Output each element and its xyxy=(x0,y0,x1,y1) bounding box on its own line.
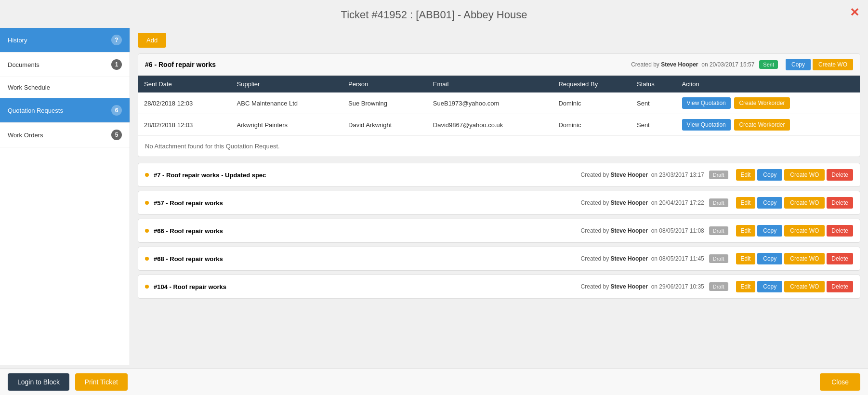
delete-button-qr66[interactable]: Delete xyxy=(827,225,853,237)
main-content: Add #6 - Roof repair works Created by St… xyxy=(130,28,868,365)
draft-row-created-on: 29/06/2017 10:35 xyxy=(659,283,704,290)
draft-row-qr7: #7 - Roof repair works - Updated spec Cr… xyxy=(138,163,860,187)
draft-row-title: #7 - Roof repair works - Updated spec xyxy=(154,171,581,179)
cell-requested-by: Dominic xyxy=(552,92,631,114)
edit-button-qr7[interactable]: Edit xyxy=(736,169,756,181)
sidebar-item-badge: ? xyxy=(111,35,122,45)
qr6-title: #6 - Roof repair works xyxy=(145,61,631,68)
print-ticket-button[interactable]: Print Ticket xyxy=(75,373,128,391)
cell-supplier: Arkwright Painters xyxy=(231,114,342,136)
sidebar-item-badge: 1 xyxy=(111,59,122,70)
view-quotation-button-row0[interactable]: View Quotation xyxy=(682,97,731,109)
qr6-copy-button[interactable]: Copy xyxy=(786,59,811,70)
sidebar-item-documents[interactable]: Documents 1 xyxy=(0,53,130,77)
qr6-create-wo-button[interactable]: Create WO xyxy=(813,59,853,70)
cell-email: David9867@yahoo.co.uk xyxy=(427,114,553,136)
add-button[interactable]: Add xyxy=(138,33,166,48)
draft-row-qr57: #57 - Roof repair works Created by Steve… xyxy=(138,191,860,215)
close-button[interactable]: Close xyxy=(820,373,860,391)
sidebar-item-badge: 6 xyxy=(111,105,122,116)
create-workorder-button-row1[interactable]: Create Workorder xyxy=(734,119,789,131)
sidebar-item-label: Work Orders xyxy=(8,132,43,139)
view-quotation-button-row1[interactable]: View Quotation xyxy=(682,119,731,131)
create-wo-button-qr57[interactable]: Create WO xyxy=(784,197,825,209)
copy-button-qr104[interactable]: Copy xyxy=(757,281,782,292)
col-supplier: Supplier xyxy=(231,76,342,92)
create-wo-button-qr68[interactable]: Create WO xyxy=(784,253,825,264)
cell-action: View Quotation Create Workorder xyxy=(676,92,860,114)
draft-row-actions: Edit Copy Create WO Delete xyxy=(734,253,853,264)
copy-button-qr7[interactable]: Copy xyxy=(757,169,782,181)
cell-status: Sent xyxy=(631,92,676,114)
sidebar-item-badge: 5 xyxy=(111,130,122,140)
col-person: Person xyxy=(342,76,427,92)
delete-button-qr57[interactable]: Delete xyxy=(827,197,853,209)
qr6-status-badge: Sent xyxy=(759,60,778,69)
edit-button-qr57[interactable]: Edit xyxy=(736,197,756,209)
cell-status: Sent xyxy=(631,114,676,136)
draft-row-title: #104 - Roof repair works xyxy=(154,283,581,290)
quotation-request-6-card: #6 - Roof repair works Created by Steve … xyxy=(138,53,860,157)
draft-row-created-by: Steve Hooper xyxy=(611,199,648,206)
draft-row-actions: Edit Copy Create WO Delete xyxy=(734,225,853,237)
qr6-created-by: Steve Hooper xyxy=(661,61,698,68)
create-workorder-button-row0[interactable]: Create Workorder xyxy=(734,97,789,109)
sidebar-item-quotation-requests[interactable]: Quotation Requests 6 xyxy=(0,98,130,123)
draft-row-actions: Edit Copy Create WO Delete xyxy=(734,197,853,209)
cell-email: SueB1973@yahoo.com xyxy=(427,92,553,114)
draft-row-created-by: Steve Hooper xyxy=(611,255,648,262)
draft-row-title: #66 - Roof repair works xyxy=(154,227,581,235)
draft-row-qr104: #104 - Roof repair works Created by Stev… xyxy=(138,275,860,299)
copy-button-qr66[interactable]: Copy xyxy=(757,225,782,237)
sidebar-item-label: Work Schedule xyxy=(8,84,50,91)
qr6-table-container: Sent Date Supplier Person Email Requeste… xyxy=(138,76,860,136)
delete-button-qr68[interactable]: Delete xyxy=(827,253,853,264)
sidebar-item-label: Documents xyxy=(8,61,39,68)
draft-row-created-by: Steve Hooper xyxy=(611,283,648,290)
draft-row-status: Draft xyxy=(709,198,728,207)
draft-row-created-on: 23/03/2017 13:17 xyxy=(659,171,704,178)
top-action-bar: Add xyxy=(138,33,860,48)
draft-row-created-on: 08/05/2017 11:08 xyxy=(659,227,704,234)
table-row: 28/02/2018 12:03 Arkwright Painters Davi… xyxy=(138,114,860,136)
draft-row-status: Draft xyxy=(709,254,728,263)
close-icon[interactable]: ✕ xyxy=(850,6,859,19)
edit-button-qr68[interactable]: Edit xyxy=(736,253,756,264)
create-wo-button-qr66[interactable]: Create WO xyxy=(784,225,825,237)
draft-row-title: #68 - Roof repair works xyxy=(154,255,581,263)
draft-row-meta: Created by Steve Hooper on 20/04/2017 17… xyxy=(581,199,704,206)
edit-button-qr104[interactable]: Edit xyxy=(736,281,756,292)
copy-button-qr68[interactable]: Copy xyxy=(757,253,782,264)
row-indicator xyxy=(145,201,149,205)
sidebar-item-label: Quotation Requests xyxy=(8,107,63,114)
cell-sent-date: 28/02/2018 12:03 xyxy=(138,92,231,114)
row-indicator xyxy=(145,285,149,289)
login-to-block-button[interactable]: Login to Block xyxy=(8,373,69,391)
col-requested-by: Requested By xyxy=(552,76,631,92)
delete-button-qr7[interactable]: Delete xyxy=(827,169,853,181)
cell-sent-date: 28/02/2018 12:03 xyxy=(138,114,231,136)
delete-button-qr104[interactable]: Delete xyxy=(827,281,853,292)
create-wo-button-qr7[interactable]: Create WO xyxy=(784,169,825,181)
create-wo-button-qr104[interactable]: Create WO xyxy=(784,281,825,292)
draft-row-created-by: Steve Hooper xyxy=(611,227,648,234)
sidebar: History ? Documents 1 Work Schedule Quot… xyxy=(0,28,130,365)
col-email: Email xyxy=(427,76,553,92)
table-row: 28/02/2018 12:03 ABC Maintenance Ltd Sue… xyxy=(138,92,860,114)
edit-button-qr66[interactable]: Edit xyxy=(736,225,756,237)
row-indicator xyxy=(145,229,149,233)
draft-row-created-on: 20/04/2017 17:22 xyxy=(659,199,704,206)
sidebar-item-history[interactable]: History ? xyxy=(0,28,130,53)
cell-person: David Arkwright xyxy=(342,114,427,136)
col-sent-date: Sent Date xyxy=(138,76,231,92)
copy-button-qr57[interactable]: Copy xyxy=(757,197,782,209)
draft-row-meta: Created by Steve Hooper on 23/03/2017 13… xyxy=(581,171,704,178)
qr6-table: Sent Date Supplier Person Email Requeste… xyxy=(138,76,860,136)
draft-row-meta: Created by Steve Hooper on 08/05/2017 11… xyxy=(581,255,704,262)
draft-row-title: #57 - Roof repair works xyxy=(154,199,581,207)
draft-row-status: Draft xyxy=(709,226,728,235)
bottom-left-actions: Login to Block Print Ticket xyxy=(8,373,128,391)
sidebar-item-work-orders[interactable]: Work Orders 5 xyxy=(0,123,130,147)
cell-person: Sue Browning xyxy=(342,92,427,114)
sidebar-item-work-schedule[interactable]: Work Schedule xyxy=(0,77,130,98)
